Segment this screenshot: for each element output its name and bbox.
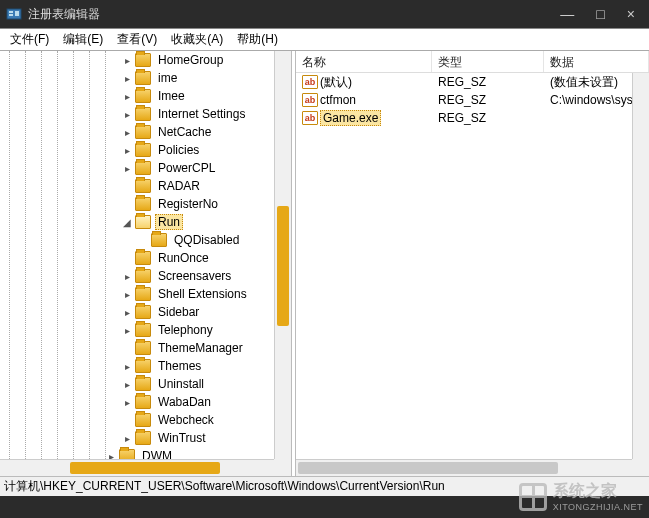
tree-node-label[interactable]: WabaDan xyxy=(155,394,214,410)
tree-node-label[interactable]: DWM xyxy=(139,448,175,459)
folder-icon xyxy=(135,395,151,409)
list-row[interactable]: ab(默认)REG_SZ(数值未设置) xyxy=(296,73,632,91)
collapse-icon[interactable]: ◢ xyxy=(121,216,133,228)
col-data[interactable]: 数据 xyxy=(544,51,649,72)
tree-node-label[interactable]: ime xyxy=(155,70,180,86)
expand-icon[interactable]: ▸ xyxy=(121,432,133,444)
expand-icon[interactable]: ▸ xyxy=(121,108,133,120)
tree-node-label[interactable]: Imee xyxy=(155,88,188,104)
expand-icon[interactable]: ▸ xyxy=(121,90,133,102)
tree-node-label[interactable]: ThemeManager xyxy=(155,340,246,356)
tree-node[interactable]: ▸Themes xyxy=(0,357,274,375)
folder-icon xyxy=(135,53,151,67)
tree-node-label[interactable]: Uninstall xyxy=(155,376,207,392)
no-expander xyxy=(121,342,133,354)
tree-node-label[interactable]: Webcheck xyxy=(155,412,217,428)
tree-node-label[interactable]: RADAR xyxy=(155,178,203,194)
tree-node[interactable]: RADAR xyxy=(0,177,274,195)
folder-icon xyxy=(135,89,151,103)
tree-node[interactable]: QQDisabled xyxy=(0,231,274,249)
tree-node[interactable]: ▸Shell Extensions xyxy=(0,285,274,303)
maximize-button[interactable]: □ xyxy=(596,6,604,22)
no-expander xyxy=(121,252,133,264)
tree-node-label[interactable]: RunOnce xyxy=(155,250,212,266)
tree-node[interactable]: RegisterNo xyxy=(0,195,274,213)
col-name[interactable]: 名称 xyxy=(296,51,432,72)
list-row[interactable]: abGame.exeREG_SZ xyxy=(296,109,632,127)
tree-scrollbar-horizontal[interactable] xyxy=(0,459,274,476)
menu-file[interactable]: 文件(F) xyxy=(4,29,55,50)
no-expander xyxy=(121,180,133,192)
tree-scrollbar-vertical[interactable] xyxy=(274,51,291,459)
cell-type: REG_SZ xyxy=(432,93,544,107)
tree-node-label[interactable]: RegisterNo xyxy=(155,196,221,212)
tree-node[interactable]: ◢Run xyxy=(0,213,274,231)
folder-icon xyxy=(135,179,151,193)
tree-node-label[interactable]: Themes xyxy=(155,358,204,374)
expand-icon[interactable]: ▸ xyxy=(121,126,133,138)
menu-help[interactable]: 帮助(H) xyxy=(231,29,284,50)
string-value-icon: ab xyxy=(302,111,318,125)
tree-node[interactable]: ▸HomeGroup xyxy=(0,51,274,69)
tree-node[interactable]: ▸DWM xyxy=(0,447,274,459)
expand-icon[interactable]: ▸ xyxy=(121,54,133,66)
tree-node[interactable]: ▸Uninstall xyxy=(0,375,274,393)
tree-node[interactable]: Webcheck xyxy=(0,411,274,429)
string-value-icon: ab xyxy=(302,93,318,107)
tree-node[interactable]: ▸Telephony xyxy=(0,321,274,339)
list-body[interactable]: ab(默认)REG_SZ(数值未设置)abctfmonREG_SZC:\wind… xyxy=(296,73,632,459)
expand-icon[interactable]: ▸ xyxy=(105,450,117,459)
tree-node[interactable]: ▸Sidebar xyxy=(0,303,274,321)
menu-view[interactable]: 查看(V) xyxy=(111,29,163,50)
tree-node-label[interactable]: HomeGroup xyxy=(155,52,226,68)
tree-node-label[interactable]: PowerCPL xyxy=(155,160,218,176)
col-type[interactable]: 类型 xyxy=(432,51,544,72)
expand-icon[interactable]: ▸ xyxy=(121,324,133,336)
tree-node[interactable]: ▸WinTrust xyxy=(0,429,274,447)
expand-icon[interactable]: ▸ xyxy=(121,306,133,318)
tree-node-label[interactable]: Policies xyxy=(155,142,202,158)
tree-node-label[interactable]: QQDisabled xyxy=(171,232,242,248)
expand-icon[interactable]: ▸ xyxy=(121,396,133,408)
tree-node-label[interactable]: NetCache xyxy=(155,124,214,140)
expand-icon[interactable]: ▸ xyxy=(121,162,133,174)
list-row[interactable]: abctfmonREG_SZC:\windows\sys xyxy=(296,91,632,109)
expand-icon[interactable]: ▸ xyxy=(121,378,133,390)
close-button[interactable]: × xyxy=(627,6,635,22)
cell-type: REG_SZ xyxy=(432,111,544,125)
expand-icon[interactable]: ▸ xyxy=(121,360,133,372)
minimize-button[interactable]: — xyxy=(560,6,574,22)
tree-node[interactable]: ThemeManager xyxy=(0,339,274,357)
tree-node[interactable]: ▸Internet Settings xyxy=(0,105,274,123)
list-scrollbar-vertical[interactable] xyxy=(632,73,649,459)
cell-data: C:\windows\sys xyxy=(544,93,632,107)
tree-node-label[interactable]: Telephony xyxy=(155,322,216,338)
folder-icon xyxy=(151,233,167,247)
cell-name-text: ctfmon xyxy=(320,92,356,108)
tree-node-label[interactable]: Shell Extensions xyxy=(155,286,250,302)
tree-node-label[interactable]: Screensavers xyxy=(155,268,234,284)
tree-node[interactable]: ▸Imee xyxy=(0,87,274,105)
tree-node[interactable]: ▸PowerCPL xyxy=(0,159,274,177)
menu-favorites[interactable]: 收藏夹(A) xyxy=(165,29,229,50)
expand-icon[interactable]: ▸ xyxy=(121,144,133,156)
tree-node[interactable]: ▸ime xyxy=(0,69,274,87)
tree-node[interactable]: ▸Screensavers xyxy=(0,267,274,285)
tree-node-label[interactable]: Run xyxy=(155,214,183,230)
menu-edit[interactable]: 编辑(E) xyxy=(57,29,109,50)
expand-icon[interactable]: ▸ xyxy=(121,270,133,282)
tree-node[interactable]: ▸WabaDan xyxy=(0,393,274,411)
scroll-corner xyxy=(632,459,649,476)
watermark-url: XITONGZHIJIA.NET xyxy=(553,502,643,512)
tree-node[interactable]: ▸Policies xyxy=(0,141,274,159)
list-scrollbar-horizontal[interactable] xyxy=(296,459,632,476)
tree-viewport[interactable]: ▸HomeGroup▸ime▸Imee▸Internet Settings▸Ne… xyxy=(0,51,274,459)
tree-node[interactable]: RunOnce xyxy=(0,249,274,267)
expand-icon[interactable]: ▸ xyxy=(121,72,133,84)
expand-icon[interactable]: ▸ xyxy=(121,288,133,300)
tree-node[interactable]: ▸NetCache xyxy=(0,123,274,141)
tree-node-label[interactable]: Sidebar xyxy=(155,304,202,320)
list-header: 名称 类型 数据 xyxy=(296,51,649,73)
tree-node-label[interactable]: WinTrust xyxy=(155,430,209,446)
tree-node-label[interactable]: Internet Settings xyxy=(155,106,248,122)
